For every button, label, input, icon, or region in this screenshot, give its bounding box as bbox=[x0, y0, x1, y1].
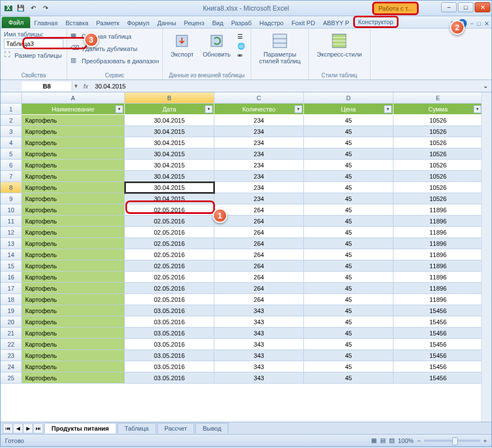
unlink-icon[interactable]: ⚮ bbox=[237, 52, 245, 59]
filter-dropdown-icon[interactable]: ▾ bbox=[205, 105, 213, 113]
filter-dropdown-icon[interactable]: ▾ bbox=[294, 105, 302, 113]
zoom-slider[interactable] bbox=[424, 440, 480, 442]
tab-Разметк[interactable]: Разметк bbox=[92, 18, 123, 28]
row-header[interactable]: 25 bbox=[1, 372, 22, 384]
cell[interactable]: 343 bbox=[214, 350, 304, 361]
cell[interactable]: 15456 bbox=[393, 328, 483, 339]
cell[interactable]: 10526 bbox=[393, 182, 483, 193]
cell[interactable]: Картофель bbox=[22, 328, 125, 339]
workbook-close-icon[interactable]: ✕ bbox=[484, 20, 489, 27]
cell[interactable]: 45 bbox=[304, 294, 393, 305]
cell[interactable]: 45 bbox=[304, 316, 393, 328]
cell[interactable]: 45 bbox=[304, 182, 393, 193]
row-header[interactable]: 12 bbox=[1, 227, 22, 238]
cell[interactable]: 10526 bbox=[393, 137, 483, 148]
sheet-tab[interactable]: Таблица bbox=[118, 423, 156, 433]
row-header[interactable]: 8 bbox=[1, 182, 22, 193]
cell[interactable]: 15456 bbox=[393, 316, 483, 328]
row-header[interactable]: 6 bbox=[1, 160, 22, 171]
row-header[interactable]: 17 bbox=[1, 283, 22, 294]
tab-Данны[interactable]: Данны bbox=[153, 18, 180, 28]
tab-ABBYY P[interactable]: ABBYY P bbox=[319, 18, 353, 28]
cell[interactable]: 11896 bbox=[393, 249, 483, 260]
row-header[interactable]: 18 bbox=[1, 294, 22, 305]
formula-expand-icon[interactable]: ⌄ bbox=[480, 82, 491, 90]
cell[interactable]: Картофель bbox=[22, 272, 125, 283]
row-header[interactable]: 15 bbox=[1, 260, 22, 272]
cell[interactable]: 343 bbox=[214, 372, 304, 384]
cell[interactable]: 45 bbox=[304, 238, 393, 249]
tab-Реценз[interactable]: Реценз bbox=[180, 18, 208, 28]
cell[interactable]: 264 bbox=[214, 238, 304, 249]
cell[interactable]: 30.04.2015 bbox=[125, 148, 214, 160]
table-header[interactable]: Дата▾ bbox=[125, 104, 214, 115]
column-header[interactable]: A bbox=[22, 92, 125, 104]
row-header[interactable]: 10 bbox=[1, 204, 22, 216]
row-header[interactable]: 23 bbox=[1, 350, 22, 361]
cell[interactable]: Картофель bbox=[22, 260, 125, 272]
cell[interactable]: Картофель bbox=[22, 171, 125, 182]
cell[interactable]: 03.05.2016 bbox=[125, 328, 214, 339]
cell[interactable]: 234 bbox=[214, 160, 304, 171]
cell[interactable]: Картофель bbox=[22, 160, 125, 171]
tab-Разраб[interactable]: Разраб bbox=[227, 18, 256, 28]
cell[interactable]: 10526 bbox=[393, 148, 483, 160]
close-button[interactable]: ✕ bbox=[475, 2, 490, 12]
table-header[interactable]: Количество▾ bbox=[214, 104, 304, 115]
minimize-button[interactable]: − bbox=[441, 2, 457, 12]
row-header[interactable]: 24 bbox=[1, 361, 22, 372]
cell[interactable]: 03.05.2016 bbox=[125, 361, 214, 372]
cell[interactable]: 02.05.2016 bbox=[125, 283, 214, 294]
row-header[interactable]: 5 bbox=[1, 148, 22, 160]
name-box-dropdown-icon[interactable]: ▾ bbox=[72, 82, 80, 90]
cell[interactable]: 234 bbox=[214, 115, 304, 126]
tab-Главная[interactable]: Главная bbox=[30, 18, 62, 28]
row-header[interactable]: 13 bbox=[1, 238, 22, 249]
cell[interactable]: 15456 bbox=[393, 339, 483, 350]
cell[interactable]: 264 bbox=[214, 294, 304, 305]
filter-dropdown-icon[interactable]: ▾ bbox=[384, 105, 392, 113]
cell[interactable]: Картофель bbox=[22, 350, 125, 361]
cell[interactable]: 03.05.2016 bbox=[125, 350, 214, 361]
cell[interactable]: 02.05.2016 bbox=[125, 216, 214, 227]
cell[interactable]: 45 bbox=[304, 193, 393, 204]
row-header[interactable]: 20 bbox=[1, 316, 22, 328]
cell[interactable]: 45 bbox=[304, 339, 393, 350]
cell[interactable]: 15456 bbox=[393, 372, 483, 384]
cell[interactable]: 30.04.2015 bbox=[125, 193, 214, 204]
cell[interactable]: 45 bbox=[304, 148, 393, 160]
cell[interactable]: 264 bbox=[214, 204, 304, 216]
column-header[interactable]: B bbox=[125, 92, 214, 104]
cell[interactable]: Картофель bbox=[22, 216, 125, 227]
cell[interactable]: Картофель bbox=[22, 372, 125, 384]
tab-file[interactable]: Файл bbox=[2, 17, 30, 28]
table-header[interactable]: Цена▾ bbox=[304, 104, 393, 115]
cell[interactable]: 234 bbox=[214, 137, 304, 148]
filter-dropdown-icon[interactable]: ▾ bbox=[115, 105, 123, 113]
cell[interactable]: 03.05.2016 bbox=[125, 372, 214, 384]
zoom-in-icon[interactable]: + bbox=[484, 437, 487, 444]
cell[interactable]: Картофель bbox=[22, 305, 125, 316]
row-header[interactable]: 21 bbox=[1, 328, 22, 339]
sheet-tab[interactable]: Вывод bbox=[195, 423, 228, 433]
cell[interactable]: Картофель bbox=[22, 126, 125, 137]
cell[interactable]: 343 bbox=[214, 316, 304, 328]
cell[interactable]: 45 bbox=[304, 372, 393, 384]
cell[interactable]: 45 bbox=[304, 249, 393, 260]
cell[interactable]: 343 bbox=[214, 305, 304, 316]
cell[interactable]: 343 bbox=[214, 328, 304, 339]
sheet-tab[interactable]: Рассчет bbox=[157, 423, 195, 433]
workbook-minimize-icon[interactable]: − bbox=[470, 20, 474, 27]
cell[interactable]: 45 bbox=[304, 227, 393, 238]
cell[interactable]: 234 bbox=[214, 171, 304, 182]
row-header[interactable]: 1 bbox=[1, 104, 22, 115]
cell[interactable]: 264 bbox=[214, 283, 304, 294]
sheet-tab-active[interactable]: Продукты питания bbox=[44, 423, 116, 433]
row-header[interactable]: 22 bbox=[1, 339, 22, 350]
cell[interactable]: 15456 bbox=[393, 305, 483, 316]
row-header[interactable]: 9 bbox=[1, 193, 22, 204]
row-header[interactable]: 16 bbox=[1, 272, 22, 283]
view-normal-icon[interactable]: ▦ bbox=[371, 437, 377, 444]
cell[interactable]: 02.05.2016 bbox=[125, 294, 214, 305]
fx-icon[interactable]: fx bbox=[80, 83, 92, 90]
